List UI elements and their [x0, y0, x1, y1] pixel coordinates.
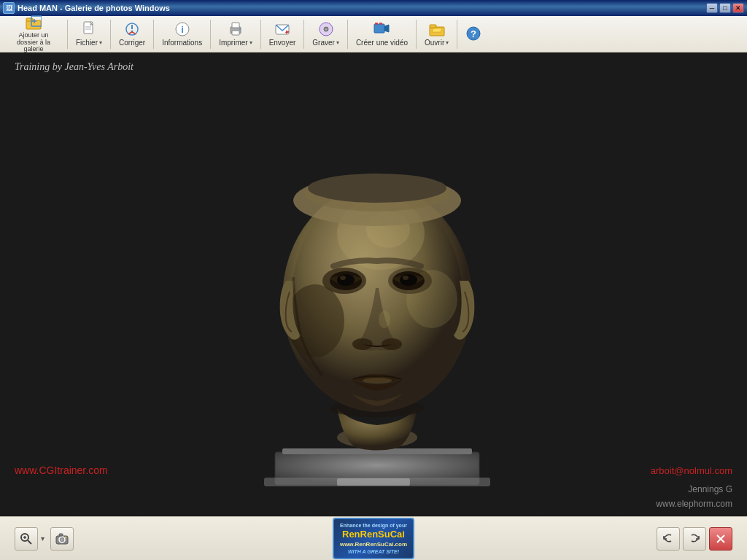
- svg-point-47: [403, 276, 409, 280]
- graver-label: Graver: [312, 39, 335, 47]
- svg-point-50: [379, 311, 390, 328]
- svg-point-65: [65, 537, 66, 538]
- info-icon: i: [174, 21, 190, 37]
- photo-container: Training by Jean-Yves Arboit www.CGItrai…: [0, 52, 747, 516]
- svg-point-63: [61, 538, 63, 541]
- open-icon: [429, 21, 445, 37]
- toolbar-envoyer[interactable]: Envoyer: [264, 18, 301, 50]
- toolbar-graver[interactable]: Graver ▾: [307, 18, 344, 50]
- toolbar-creer-video[interactable]: Créer une vidéo: [351, 18, 413, 50]
- toolbar-sep-5: [260, 20, 261, 49]
- svg-point-46: [400, 274, 417, 286]
- titlebar-close-button[interactable]: ✕: [732, 3, 744, 13]
- back-button[interactable]: [657, 527, 680, 551]
- add-folder-label: Ajouter un dossier à la galerie: [8, 32, 59, 54]
- ouvrir-label: Ouvrir: [425, 39, 444, 47]
- close-viewer-button[interactable]: [709, 527, 732, 551]
- svg-point-43: [340, 276, 346, 280]
- toolbar: Ajouter un dossier à la galerie Fichier …: [0, 16, 747, 52]
- window-controls: ─ □ ✕: [706, 3, 744, 13]
- toolbar-ouvrir[interactable]: Ouvrir ▾: [419, 18, 454, 50]
- logo-main-text: RenRenSuCai: [340, 529, 407, 541]
- text-jennings: Jennings G: [688, 484, 732, 494]
- toolbar-informations[interactable]: i Informations: [157, 18, 207, 50]
- ouvrir-arrow: ▾: [446, 39, 449, 46]
- toolbar-help[interactable]: ?: [460, 23, 487, 46]
- svg-point-22: [325, 28, 327, 31]
- help-icon: ?: [465, 26, 481, 42]
- center-logo: Enhance the design of your RenRenSuCai w…: [315, 521, 432, 557]
- renrensucai-logo: Enhance the design of your RenRenSuCai w…: [333, 518, 414, 559]
- folder-add-icon: [26, 15, 42, 31]
- corriger-icon: [124, 21, 140, 37]
- imprimer-arrow: ▾: [249, 39, 252, 46]
- svg-rect-23: [374, 24, 384, 33]
- svg-rect-56: [337, 478, 410, 486]
- snapshot-button[interactable]: [50, 527, 74, 551]
- logo-top-text: Enhance the design of your: [340, 522, 407, 529]
- window-title: Head MAN - Galerie de photos Windows: [18, 4, 706, 12]
- disc-icon: [318, 21, 334, 37]
- informations-label: Informations: [162, 39, 202, 47]
- svg-rect-0: [26, 20, 41, 29]
- svg-point-51: [363, 378, 392, 384]
- watermark-top-left: Training by Jean-Yves Arboit: [15, 61, 133, 73]
- title-bar: 🖼 Head MAN - Galerie de photos Windows ─…: [0, 0, 747, 16]
- svg-rect-64: [59, 534, 63, 536]
- toolbar-sep-1: [67, 20, 68, 49]
- toolbar-add-folder[interactable]: Ajouter un dossier à la galerie: [3, 12, 64, 57]
- file-icon: [81, 21, 97, 37]
- maximize-button[interactable]: □: [719, 3, 731, 13]
- svg-text:i: i: [181, 24, 184, 35]
- svg-line-58: [28, 540, 31, 544]
- text-elephorm: www.elephorm.com: [656, 499, 732, 509]
- svg-text:?: ?: [471, 28, 476, 39]
- fichier-label: Fichier: [76, 39, 98, 47]
- creer-video-label: Créer une vidéo: [356, 39, 408, 47]
- toolbar-sep-9: [457, 20, 457, 49]
- envoyer-label: Envoyer: [269, 39, 296, 47]
- minimize-button[interactable]: ─: [706, 3, 718, 13]
- forward-button[interactable]: [683, 527, 706, 551]
- toolbar-sep-3: [153, 20, 154, 49]
- svg-marker-24: [384, 25, 389, 32]
- main-area: Training by Jean-Yves Arboit www.CGItrai…: [0, 52, 747, 516]
- svg-point-16: [239, 28, 241, 30]
- logo-url: www.RenRenSuCai.com: [340, 541, 407, 548]
- toolbar-sep-8: [416, 20, 417, 49]
- toolbar-fichier[interactable]: Fichier ▾: [71, 18, 107, 50]
- svg-point-54: [308, 174, 446, 203]
- toolbar-sep-6: [303, 20, 304, 49]
- imprimer-label: Imprimer: [219, 39, 247, 47]
- bottom-bar: ▾ Enhance the design of your RenRenSuCai…: [0, 516, 747, 560]
- toolbar-sep-7: [347, 20, 348, 49]
- graver-arrow: ▾: [336, 39, 339, 46]
- send-icon: [274, 21, 290, 37]
- corriger-label: Corriger: [119, 39, 145, 47]
- watermark-bottom-left: www.CGItrainer.com: [15, 464, 108, 476]
- video-icon: [374, 21, 390, 37]
- watermark-bottom-right: arboit@nolmul.com: [651, 465, 732, 476]
- svg-point-42: [337, 274, 355, 286]
- sculpture-image: [162, 73, 585, 496]
- toolbar-sep-4: [210, 20, 211, 49]
- fichier-arrow: ▾: [99, 39, 102, 46]
- svg-rect-28: [430, 25, 436, 28]
- logo-tagline: WITH A GREAT SITE!: [340, 548, 407, 555]
- zoom-arrow: ▾: [41, 534, 44, 542]
- bottom-right-controls: [657, 527, 732, 551]
- svg-rect-14: [232, 23, 239, 28]
- toolbar-sep-2: [110, 20, 111, 49]
- svg-rect-15: [232, 31, 239, 35]
- zoom-button[interactable]: [15, 527, 38, 551]
- toolbar-imprimer[interactable]: Imprimer ▾: [214, 18, 257, 50]
- toolbar-corriger[interactable]: Corriger: [114, 18, 150, 50]
- printer-icon: [228, 21, 244, 37]
- bottom-left-controls: ▾: [15, 527, 74, 551]
